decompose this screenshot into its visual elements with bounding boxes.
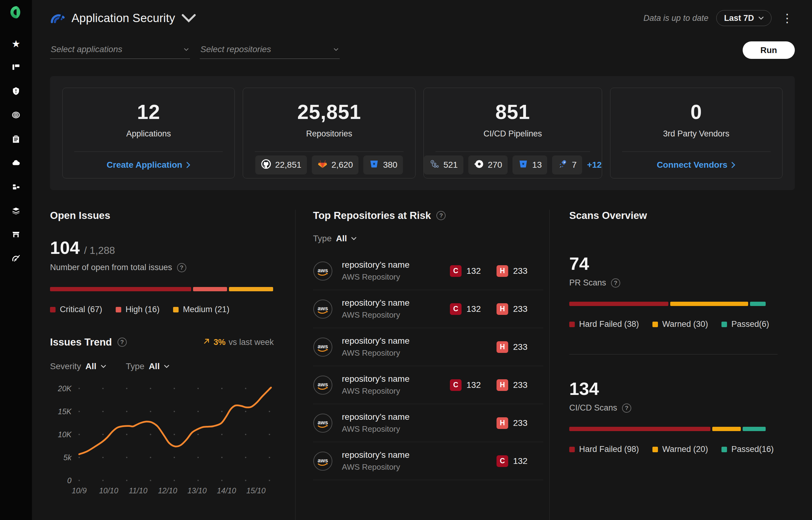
more-providers-link[interactable]: +12: [587, 160, 602, 170]
help-icon[interactable]: ?: [611, 278, 620, 288]
blocks-icon: [11, 182, 21, 192]
stat-label: Applications: [126, 129, 171, 138]
open-issues-count: 104: [50, 237, 80, 258]
sidebar-item-clipboard[interactable]: [11, 134, 21, 145]
svg-text:10K: 10K: [58, 430, 72, 439]
open-issues-column: Open Issues 104 / 1,288 Number of open f…: [50, 210, 296, 516]
repository-row[interactable]: aws repository’s name AWS Repository C13…: [313, 290, 543, 328]
main-content: Application Security Data is up to date …: [32, 0, 812, 520]
sidebar-item-bullseye[interactable]: [11, 110, 21, 121]
help-icon[interactable]: ?: [436, 211, 446, 220]
sidebar-item-compass[interactable]: [11, 254, 21, 264]
card-link[interactable]: Connect Vendors: [657, 160, 736, 170]
scan-result-bar: [569, 302, 766, 306]
star-icon: ★: [12, 39, 21, 49]
severity-segment: [670, 302, 748, 306]
repository-row[interactable]: aws repository’s name AWS Repository H23…: [313, 328, 543, 366]
page-title-group[interactable]: Application Security: [50, 10, 197, 26]
sidebar-item-shield-alert[interactable]: [11, 86, 21, 97]
svg-text:aws: aws: [318, 382, 328, 388]
provider-chip[interactable]: 521: [424, 155, 463, 175]
legend-item: Warned (20): [653, 445, 708, 454]
repository-row[interactable]: aws repository’s name AWS Repository C13…: [313, 442, 543, 480]
severity-count: 132: [466, 266, 481, 276]
help-icon[interactable]: ?: [118, 338, 127, 347]
sidebar-item-blocks[interactable]: [11, 182, 21, 192]
github-actions-icon: [429, 159, 440, 172]
repository-row[interactable]: aws repository’s name AWS Repository C13…: [313, 366, 543, 404]
type-filter-dropdown[interactable]: Type All: [126, 362, 169, 371]
chevron-down-icon: [351, 237, 356, 240]
legend-label: Critical (67): [60, 305, 102, 314]
run-button[interactable]: Run: [743, 42, 795, 59]
github-icon: [261, 159, 271, 172]
severity-badge-h: H: [496, 379, 508, 391]
trend-delta-value: 3%: [214, 338, 226, 347]
help-icon[interactable]: ?: [177, 263, 186, 272]
repository-type: AWS Repository: [342, 272, 409, 282]
legend-label: Warned (20): [662, 445, 708, 454]
stat-card-applications: 12 Applications Create Application: [62, 88, 235, 178]
provider-chip[interactable]: 13: [513, 155, 547, 175]
sidebar-item-layers[interactable]: [11, 206, 21, 216]
repo-type-filter-dropdown[interactable]: Type All: [313, 234, 543, 243]
sidebar-item-star[interactable]: ★: [11, 38, 21, 49]
divider: [569, 354, 778, 355]
severity-segment: [569, 427, 710, 431]
svg-text:aws: aws: [318, 419, 328, 425]
repository-row[interactable]: aws repository’s name AWS Repository C13…: [313, 252, 543, 290]
sidebar-nav: ★: [11, 38, 21, 264]
severity-badge-c: C: [450, 379, 462, 391]
scans-overview-title: Scans Overview: [569, 210, 647, 222]
provider-chip[interactable]: 2,620: [312, 155, 359, 175]
sidebar-item-storefront[interactable]: [11, 230, 21, 240]
severity-count: 233: [513, 418, 527, 428]
repository-type: AWS Repository: [342, 386, 409, 396]
severity-badge-h: H: [496, 265, 508, 277]
open-issues-total: / 1,288: [84, 245, 115, 256]
stat-card-ci-cd-pipelines: 851 CI/CD Pipelines 521270137+12: [423, 88, 602, 178]
open-issues-title: Open Issues: [50, 210, 274, 222]
select-repositories[interactable]: Select repositories: [200, 45, 340, 59]
select-repositories-placeholder: Select repositories: [200, 45, 271, 54]
svg-text:0: 0: [67, 476, 72, 485]
scan-count: 134: [569, 378, 778, 399]
sidebar-item-dashboard[interactable]: [11, 62, 21, 73]
sidebar-item-cloud[interactable]: [11, 158, 21, 168]
severity-segment: [229, 287, 273, 291]
issues-trend-header: Issues Trend ? 3% vs last week: [50, 336, 274, 348]
svg-text:aws: aws: [318, 305, 328, 312]
stat-label: CI/CD Pipelines: [483, 129, 542, 138]
severity-segment: [569, 302, 668, 306]
svg-text:14/10: 14/10: [217, 486, 236, 495]
chevron-down-icon[interactable]: [181, 11, 197, 25]
time-range-dropdown[interactable]: Last 7D: [716, 10, 771, 26]
stat-value: 12: [137, 100, 160, 124]
repository-type: AWS Repository: [342, 348, 409, 358]
cycode-logo[interactable]: [8, 5, 23, 20]
stat-value: 0: [690, 100, 702, 124]
severity-filter-dropdown[interactable]: Severity All: [50, 362, 106, 371]
aws-icon: aws: [313, 261, 333, 281]
select-applications[interactable]: Select applications: [50, 45, 190, 59]
provider-chip[interactable]: 7: [552, 155, 582, 175]
chevron-down-icon: [164, 365, 169, 368]
repository-list: aws repository’s name AWS Repository C13…: [313, 252, 543, 480]
ci-cd-scans-block: 134 CI/CD Scans? Hard Failed (98)Warned …: [569, 378, 778, 454]
provider-chip[interactable]: 270: [468, 155, 508, 175]
provider-chip[interactable]: 22,851: [255, 155, 307, 175]
repository-row[interactable]: aws repository’s name AWS Repository H23…: [313, 404, 543, 442]
svg-text:15K: 15K: [58, 407, 72, 416]
provider-chip[interactable]: 380: [363, 155, 403, 175]
issues-trend-chart: 05k10K15K20K10/910/1011/1012/1013/1014/1…: [50, 379, 274, 497]
legend-swatch: [50, 307, 55, 312]
severity-segment: [743, 427, 766, 431]
help-icon[interactable]: ?: [622, 404, 631, 413]
legend-swatch: [569, 322, 575, 327]
overflow-menu-icon[interactable]: ⋮: [780, 12, 795, 24]
severity-count: 233: [513, 380, 527, 390]
card-link[interactable]: Create Application: [107, 160, 191, 170]
legend-label: Passed(6): [731, 319, 769, 329]
bitbucket-icon: [369, 159, 379, 172]
trend-delta-text: vs last week: [229, 338, 274, 347]
